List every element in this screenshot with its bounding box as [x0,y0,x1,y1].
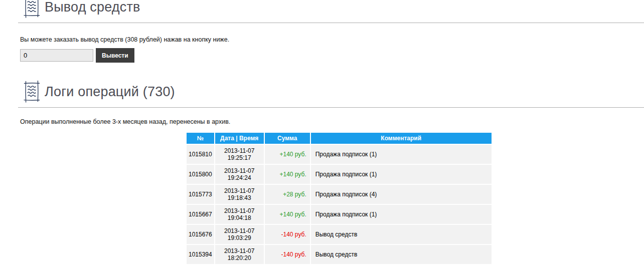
withdraw-form: Вывести [20,48,644,63]
header-id: № [187,133,214,144]
header-comment: Комментарий [311,133,492,144]
operation-date: 2013-11-07 [217,167,262,174]
operation-comment: Продажа подписок (1) [311,145,492,164]
table-header-row: № Дата | Время Сумма Комментарий [187,133,492,144]
operation-id: 1015394 [187,245,214,264]
section-divider [18,23,644,23]
document-sketch-icon [22,0,41,19]
table-row: 1015773 2013-11-07 19:18:43 +28 руб. Про… [187,185,492,204]
operation-datetime: 2013-11-07 19:03:29 [215,225,264,244]
operation-comment: Продажа подписок (1) [311,205,492,224]
logs-section-header: Логи операций (730) [22,80,644,103]
operation-time: 19:25:17 [217,154,262,161]
operation-datetime: 2013-11-07 18:20:20 [215,245,264,264]
operation-amount: +140 руб. [265,145,310,164]
operation-time: 19:04:18 [217,214,262,221]
logs-title: Логи операций (730) [45,84,175,100]
operation-comment: Продажа подписок (4) [311,185,492,204]
table-row: 1015676 2013-11-07 19:03:29 -140 руб. Вы… [187,225,492,244]
operation-date: 2013-11-07 [217,147,262,154]
operation-id: 1015800 [187,165,214,184]
operation-comment: Продажа подписок (1) [311,165,492,184]
header-datetime: Дата | Время [215,133,264,144]
operation-amount: +140 руб. [265,205,310,224]
operation-comment: Вывод средств [311,245,492,264]
operation-comment: Вывод средств [311,225,492,244]
operation-date: 2013-11-07 [217,187,262,194]
operation-time: 18:20:20 [217,254,262,261]
operation-amount: +28 руб. [265,185,310,204]
operation-datetime: 2013-11-07 19:04:18 [215,205,264,224]
operation-datetime: 2013-11-07 19:24:24 [215,165,264,184]
operation-amount: -140 руб. [265,245,310,264]
operation-id: 1015667 [187,205,214,224]
operation-datetime: 2013-11-07 19:25:17 [215,145,264,164]
withdraw-description: Вы можете заказать вывод средств (308 ру… [20,36,644,43]
operation-datetime: 2013-11-07 19:18:43 [215,185,264,204]
operation-time: 19:03:29 [217,234,262,241]
operation-date: 2013-11-07 [217,247,262,254]
section-divider [18,107,644,108]
operations-table: № Дата | Время Сумма Комментарий 1015810… [186,132,493,265]
withdraw-section-header: Вывод средств [22,0,644,19]
table-row: 1015810 2013-11-07 19:25:17 +140 руб. Пр… [187,145,492,164]
operation-id: 1015810 [187,145,214,164]
withdraw-amount-input[interactable] [20,49,93,62]
withdraw-button[interactable]: Вывести [96,48,134,63]
withdraw-title: Вывод средств [45,0,140,15]
operation-amount: -140 руб. [265,225,310,244]
header-amount: Сумма [265,133,310,144]
operation-date: 2013-11-07 [217,207,262,214]
operation-id: 1015773 [187,185,214,204]
logs-description: Операции выполненные более 3-х месяцев н… [20,118,644,125]
operation-time: 19:18:43 [217,194,262,201]
operation-amount: +140 руб. [265,165,310,184]
table-row: 1015667 2013-11-07 19:04:18 +140 руб. Пр… [187,205,492,224]
table-row: 1015394 2013-11-07 18:20:20 -140 руб. Вы… [187,245,492,264]
operation-id: 1015676 [187,225,214,244]
operation-time: 19:24:24 [217,174,262,181]
table-row: 1015800 2013-11-07 19:24:24 +140 руб. Пр… [187,165,492,184]
document-sketch-icon [22,80,41,103]
operation-date: 2013-11-07 [217,227,262,234]
